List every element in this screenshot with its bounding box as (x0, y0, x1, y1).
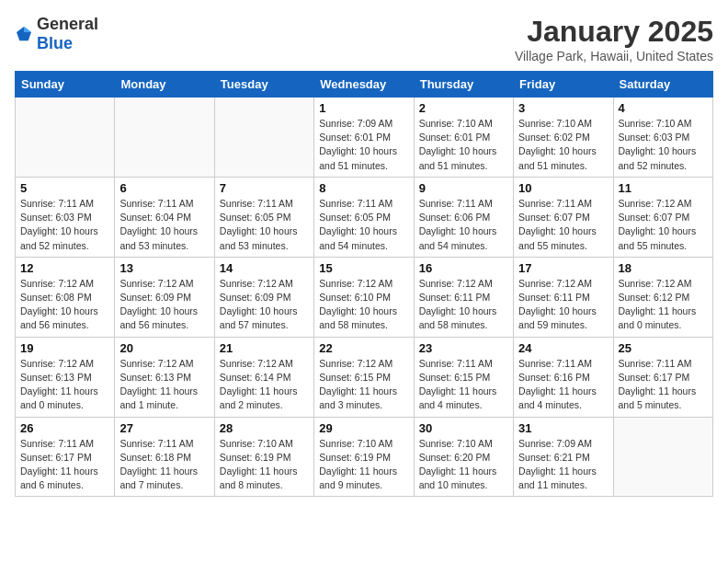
day-info: Sunrise: 7:11 AM Sunset: 6:03 PM Dayligh… (20, 197, 109, 253)
day-number: 28 (220, 421, 309, 435)
day-info: Sunrise: 7:12 AM Sunset: 6:11 PM Dayligh… (518, 277, 608, 333)
calendar-cell: 3Sunrise: 7:10 AM Sunset: 6:02 PM Daylig… (514, 98, 613, 178)
calendar-cell: 21Sunrise: 7:12 AM Sunset: 6:14 PM Dayli… (214, 337, 313, 417)
day-info: Sunrise: 7:12 AM Sunset: 6:10 PM Dayligh… (319, 277, 408, 333)
day-number: 16 (419, 261, 508, 275)
calendar-cell: 22Sunrise: 7:12 AM Sunset: 6:15 PM Dayli… (314, 337, 414, 417)
calendar-cell: 2Sunrise: 7:10 AM Sunset: 6:01 PM Daylig… (414, 98, 513, 178)
day-number: 6 (119, 181, 209, 195)
calendar-cell: 23Sunrise: 7:11 AM Sunset: 6:15 PM Dayli… (414, 337, 513, 417)
day-info: Sunrise: 7:10 AM Sunset: 6:02 PM Dayligh… (518, 117, 608, 173)
day-info: Sunrise: 7:12 AM Sunset: 6:09 PM Dayligh… (119, 277, 209, 333)
week-row-4: 19Sunrise: 7:12 AM Sunset: 6:13 PM Dayli… (16, 337, 713, 417)
calendar-cell (16, 98, 115, 178)
day-number: 30 (419, 421, 508, 435)
calendar-cell: 20Sunrise: 7:12 AM Sunset: 6:13 PM Dayli… (115, 337, 214, 417)
day-number: 22 (319, 341, 408, 355)
week-row-2: 5Sunrise: 7:11 AM Sunset: 6:03 PM Daylig… (16, 177, 713, 257)
day-number: 23 (419, 341, 508, 355)
calendar-cell: 5Sunrise: 7:11 AM Sunset: 6:03 PM Daylig… (16, 177, 115, 257)
day-info: Sunrise: 7:11 AM Sunset: 6:15 PM Dayligh… (419, 357, 508, 413)
calendar-cell: 27Sunrise: 7:11 AM Sunset: 6:18 PM Dayli… (115, 417, 214, 497)
day-number: 27 (119, 421, 209, 435)
day-number: 19 (20, 341, 109, 355)
day-number: 14 (220, 261, 309, 275)
day-info: Sunrise: 7:11 AM Sunset: 6:17 PM Dayligh… (619, 357, 708, 413)
day-info: Sunrise: 7:12 AM Sunset: 6:09 PM Dayligh… (220, 277, 309, 333)
day-info: Sunrise: 7:10 AM Sunset: 6:19 PM Dayligh… (220, 437, 309, 493)
calendar-cell (613, 417, 712, 497)
weekday-header-sunday: Sunday (16, 72, 115, 98)
weekday-header-tuesday: Tuesday (214, 72, 313, 98)
calendar-cell: 10Sunrise: 7:11 AM Sunset: 6:07 PM Dayli… (514, 177, 613, 257)
week-row-1: 1Sunrise: 7:09 AM Sunset: 6:01 PM Daylig… (16, 98, 713, 178)
calendar-cell: 31Sunrise: 7:09 AM Sunset: 6:21 PM Dayli… (514, 417, 613, 497)
day-info: Sunrise: 7:10 AM Sunset: 6:03 PM Dayligh… (619, 117, 708, 173)
day-info: Sunrise: 7:11 AM Sunset: 6:05 PM Dayligh… (319, 197, 408, 253)
calendar-cell: 13Sunrise: 7:12 AM Sunset: 6:09 PM Dayli… (115, 257, 214, 337)
calendar-cell: 8Sunrise: 7:11 AM Sunset: 6:05 PM Daylig… (314, 177, 414, 257)
day-info: Sunrise: 7:12 AM Sunset: 6:07 PM Dayligh… (619, 197, 708, 253)
day-info: Sunrise: 7:12 AM Sunset: 6:14 PM Dayligh… (220, 357, 309, 413)
day-info: Sunrise: 7:10 AM Sunset: 6:19 PM Dayligh… (319, 437, 408, 493)
calendar-cell: 7Sunrise: 7:11 AM Sunset: 6:05 PM Daylig… (214, 177, 313, 257)
day-info: Sunrise: 7:11 AM Sunset: 6:18 PM Dayligh… (119, 437, 209, 493)
day-number: 18 (619, 261, 708, 275)
day-info: Sunrise: 7:09 AM Sunset: 6:01 PM Dayligh… (319, 117, 408, 173)
week-row-3: 12Sunrise: 7:12 AM Sunset: 6:08 PM Dayli… (16, 257, 713, 337)
day-info: Sunrise: 7:10 AM Sunset: 6:01 PM Dayligh… (419, 117, 508, 173)
day-info: Sunrise: 7:09 AM Sunset: 6:21 PM Dayligh… (518, 437, 608, 493)
day-number: 8 (319, 181, 408, 195)
day-number: 31 (518, 421, 608, 435)
day-info: Sunrise: 7:11 AM Sunset: 6:05 PM Dayligh… (220, 197, 309, 253)
calendar-cell: 9Sunrise: 7:11 AM Sunset: 6:06 PM Daylig… (414, 177, 513, 257)
weekday-header-row: SundayMondayTuesdayWednesdayThursdayFrid… (16, 72, 713, 98)
svg-marker-1 (24, 27, 31, 32)
day-number: 15 (319, 261, 408, 275)
calendar-cell (214, 98, 313, 178)
day-number: 21 (220, 341, 309, 355)
calendar-cell: 29Sunrise: 7:10 AM Sunset: 6:19 PM Dayli… (314, 417, 414, 497)
day-number: 11 (619, 181, 708, 195)
day-number: 12 (20, 261, 109, 275)
day-number: 13 (119, 261, 209, 275)
day-info: Sunrise: 7:11 AM Sunset: 6:17 PM Dayligh… (20, 437, 109, 493)
calendar-cell: 16Sunrise: 7:12 AM Sunset: 6:11 PM Dayli… (414, 257, 513, 337)
calendar-cell: 15Sunrise: 7:12 AM Sunset: 6:10 PM Dayli… (314, 257, 414, 337)
month-title: January 2025 (515, 15, 713, 49)
calendar-cell: 14Sunrise: 7:12 AM Sunset: 6:09 PM Dayli… (214, 257, 313, 337)
calendar-cell: 28Sunrise: 7:10 AM Sunset: 6:19 PM Dayli… (214, 417, 313, 497)
logo-text: General Blue (37, 15, 98, 53)
day-number: 26 (20, 421, 109, 435)
logo: General Blue (15, 15, 98, 53)
calendar-cell: 6Sunrise: 7:11 AM Sunset: 6:04 PM Daylig… (115, 177, 214, 257)
day-info: Sunrise: 7:12 AM Sunset: 6:11 PM Dayligh… (419, 277, 508, 333)
day-info: Sunrise: 7:11 AM Sunset: 6:07 PM Dayligh… (518, 197, 608, 253)
calendar-cell: 17Sunrise: 7:12 AM Sunset: 6:11 PM Dayli… (514, 257, 613, 337)
day-number: 5 (20, 181, 109, 195)
day-number: 2 (419, 101, 508, 115)
calendar-cell: 18Sunrise: 7:12 AM Sunset: 6:12 PM Dayli… (613, 257, 712, 337)
day-number: 24 (518, 341, 608, 355)
weekday-header-wednesday: Wednesday (314, 72, 414, 98)
calendar-cell: 26Sunrise: 7:11 AM Sunset: 6:17 PM Dayli… (16, 417, 115, 497)
calendar-cell (115, 98, 214, 178)
day-info: Sunrise: 7:12 AM Sunset: 6:15 PM Dayligh… (319, 357, 408, 413)
day-info: Sunrise: 7:12 AM Sunset: 6:13 PM Dayligh… (20, 357, 109, 413)
day-info: Sunrise: 7:12 AM Sunset: 6:12 PM Dayligh… (619, 277, 708, 333)
calendar-cell: 4Sunrise: 7:10 AM Sunset: 6:03 PM Daylig… (613, 98, 712, 178)
weekday-header-thursday: Thursday (414, 72, 513, 98)
day-number: 9 (419, 181, 508, 195)
logo-blue: Blue (37, 34, 73, 52)
day-info: Sunrise: 7:12 AM Sunset: 6:08 PM Dayligh… (20, 277, 109, 333)
calendar-cell: 30Sunrise: 7:10 AM Sunset: 6:20 PM Dayli… (414, 417, 513, 497)
logo-icon (15, 25, 33, 43)
day-number: 20 (119, 341, 209, 355)
weekday-header-saturday: Saturday (613, 72, 712, 98)
weekday-header-monday: Monday (115, 72, 214, 98)
day-info: Sunrise: 7:11 AM Sunset: 6:06 PM Dayligh… (419, 197, 508, 253)
calendar-cell: 12Sunrise: 7:12 AM Sunset: 6:08 PM Dayli… (16, 257, 115, 337)
title-section: January 2025 Village Park, Hawaii, Unite… (515, 15, 713, 63)
location-title: Village Park, Hawaii, United States (515, 49, 713, 63)
calendar-table: SundayMondayTuesdayWednesdayThursdayFrid… (15, 71, 713, 497)
